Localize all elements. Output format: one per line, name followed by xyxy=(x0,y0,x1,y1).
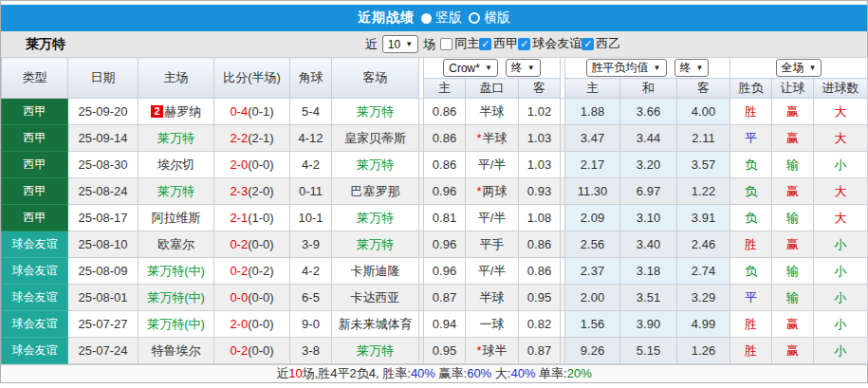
filter-checkbox[interactable]: 球会友谊 xyxy=(518,35,582,52)
result-overunder: 小 xyxy=(814,231,868,258)
checkbox-checked-icon[interactable] xyxy=(518,38,530,50)
match-score: 0-2(0-0) xyxy=(214,338,290,364)
result-handicap: 输 xyxy=(772,258,814,285)
radio-horizontal-layout[interactable]: 横版 xyxy=(469,9,510,27)
result-overunder: 大 xyxy=(814,178,868,205)
result-wdl: 负 xyxy=(730,258,772,285)
asia-away-odds: 0.95 xyxy=(519,285,561,311)
corners: 6-5 xyxy=(290,285,332,311)
odds-time-select[interactable]: 终 ▼ xyxy=(506,59,541,77)
match-date: 25-09-20 xyxy=(68,99,139,125)
filter-checkbox[interactable]: 西乙 xyxy=(582,35,620,52)
home-team: 莱万特 xyxy=(139,125,214,152)
match-type-cell: 西甲 xyxy=(2,152,68,178)
header-handicap: 盘口 xyxy=(466,79,519,99)
euro-draw-odds: 3.20 xyxy=(620,152,677,178)
euro-odds-select[interactable]: 胜平负均值 ▼ xyxy=(586,59,667,77)
asia-home-odds: 0.95 xyxy=(424,338,466,364)
radio-unselected-icon[interactable] xyxy=(469,12,480,24)
match-type-cell: 西甲 xyxy=(2,99,68,125)
away-team: 新未来城体育 xyxy=(332,311,419,338)
chevron-down-icon: ▼ xyxy=(696,64,704,72)
euro-away-odds: 3.57 xyxy=(677,152,730,178)
result-overunder: 大 xyxy=(814,205,868,231)
header-date: 日期 xyxy=(68,58,139,99)
result-handicap: 输 xyxy=(772,205,814,231)
match-score: 0-4(0-1) xyxy=(214,99,290,125)
asia-away-odds: 1.03 xyxy=(519,125,561,152)
euro-draw-odds: 3.18 xyxy=(620,258,677,285)
checkbox-checked-icon[interactable] xyxy=(582,38,594,50)
summary-segment: 20% xyxy=(567,366,592,380)
home-team: 莱万特(中) xyxy=(139,311,214,338)
euro-away-odds: 3.91 xyxy=(677,205,730,231)
euro-home-odds: 2.56 xyxy=(565,231,620,258)
match-count-select[interactable]: 10 ▼ xyxy=(382,35,418,53)
asia-handicap: 平/半 xyxy=(466,205,519,231)
chevron-down-icon: ▼ xyxy=(654,64,661,72)
panel-title: 近期战绩 xyxy=(358,9,415,27)
radio-vertical-layout[interactable]: 竖版 xyxy=(421,9,462,27)
match-date: 25-09-14 xyxy=(68,125,139,152)
table-row: 球会友谊25-07-27莱万特(中)2-0(0-0)9-0新未来城体育0.94一… xyxy=(2,311,868,338)
away-team: 皇家贝蒂斯 xyxy=(332,125,419,152)
summary-segment: 赢率: xyxy=(435,366,467,380)
corners: 4-12 xyxy=(290,125,332,152)
header-result-handicap: 让球 xyxy=(772,79,814,99)
asia-away-odds: 0.86 xyxy=(519,258,561,285)
summary-segment: 大: xyxy=(491,366,510,380)
results-table: 类型 日期 主场 比分(半场) 角球 客场 Crow* ▼ 终 ▼ xyxy=(1,57,868,364)
result-handicap: 赢 xyxy=(772,178,814,205)
result-handicap: 赢 xyxy=(772,125,814,152)
match-score: 2-3(2-0) xyxy=(214,178,290,205)
odds-company-select[interactable]: Crow* ▼ xyxy=(443,59,498,77)
result-wdl: 负 xyxy=(730,152,772,178)
match-type-cell: 球会友谊 xyxy=(2,258,68,285)
euro-home-odds: 11.30 xyxy=(565,178,620,205)
header-home: 主场 xyxy=(139,58,214,99)
scope-select[interactable]: 全场 ▼ xyxy=(776,59,822,77)
table-row: 西甲25-09-14莱万特2-2(2-1)4-12皇家贝蒂斯0.86*半球1.0… xyxy=(2,125,868,152)
asia-handicap: 平/半 xyxy=(466,258,519,285)
result-handicap: 赢 xyxy=(772,99,814,125)
euro-away-odds: 2.11 xyxy=(677,125,730,152)
handicap-star: * xyxy=(476,184,481,198)
away-team: 莱万特 xyxy=(332,99,419,125)
euro-draw-odds: 3.10 xyxy=(620,205,677,231)
radio-selected-icon[interactable] xyxy=(421,13,432,24)
euro-time-select[interactable]: 终 ▼ xyxy=(674,59,710,77)
euro-home-odds: 1.56 xyxy=(565,311,620,338)
asia-home-odds: 0.86 xyxy=(424,125,466,152)
header-result-wdl: 胜负 xyxy=(730,79,772,99)
result-wdl: 胜 xyxy=(730,338,772,364)
euro-home-odds: 2.37 xyxy=(565,258,620,285)
asia-home-odds: 0.81 xyxy=(424,205,466,231)
filter-checkbox[interactable]: 西甲 xyxy=(479,35,518,52)
asia-home-odds: 0.96 xyxy=(424,258,466,285)
home-team: 莱万特(中) xyxy=(139,285,214,311)
result-overunder: 小 xyxy=(814,338,868,364)
euro-away-odds: 4.99 xyxy=(677,311,730,338)
euro-draw-odds: 5.15 xyxy=(620,338,677,364)
table-row: 西甲25-08-24莱万特2-3(2-0)0-11巴塞罗那0.96*两球0.93… xyxy=(2,178,868,205)
checkbox-unchecked-icon[interactable] xyxy=(440,38,452,50)
filter-checkbox[interactable]: 同主 xyxy=(440,35,479,52)
summary-text: 近10场,胜4平2负4, 胜率:40% 赢率:60% 大:40% 单率:20% xyxy=(276,365,591,382)
asia-home-odds: 0.96 xyxy=(424,178,466,205)
red-card-badge: 2 xyxy=(151,105,163,118)
match-score: 2-1(1-0) xyxy=(214,205,290,231)
asia-handicap: *两球 xyxy=(466,178,519,205)
asia-handicap: *半球 xyxy=(466,125,519,152)
away-team: 卡斯迪隆 xyxy=(332,258,419,285)
euro-draw-odds: 3.90 xyxy=(620,311,677,338)
filter-cluster: 近 10 ▼ 场 同主西甲球会友谊西乙 xyxy=(365,35,620,53)
checkbox-checked-icon[interactable] xyxy=(479,38,491,50)
away-team: 卡达西亚 xyxy=(332,285,419,311)
asia-handicap: 半球 xyxy=(466,99,519,125)
euro-draw-odds: 3.51 xyxy=(620,285,677,311)
asia-home-odds: 0.86 xyxy=(424,99,466,125)
header-type: 类型 xyxy=(2,58,68,99)
euro-draw-odds: 3.44 xyxy=(620,125,677,152)
corners: 4-2 xyxy=(290,152,332,178)
euro-away-odds: 1.22 xyxy=(677,178,730,205)
